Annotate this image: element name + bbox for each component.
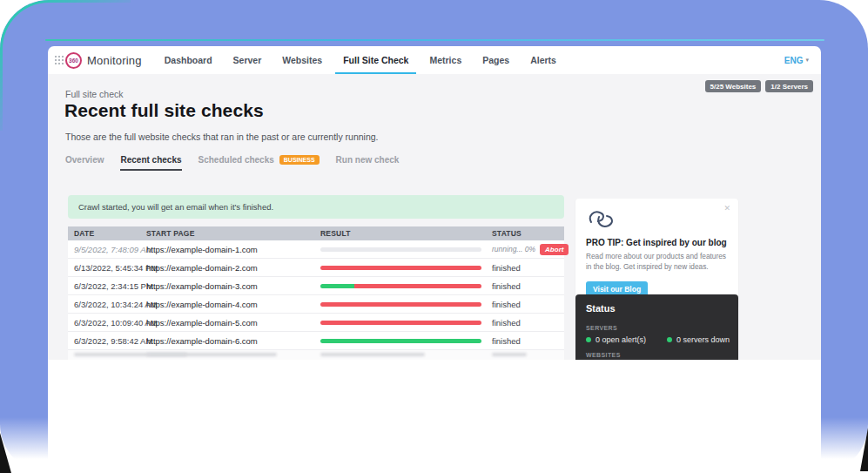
cell-status: finished (492, 318, 564, 328)
tab-label: Overview (65, 155, 104, 165)
cell-start-page: https://example-domain-2.com (146, 263, 320, 273)
table-row: 9/5/2022, 7:48:09 AMhttps://example-doma… (68, 240, 564, 259)
page-content: 5/25 Websites1/2 Servers Full site check… (48, 74, 821, 360)
status-sections: SERVERS0 open alert(s)0 servers downWEBS… (586, 325, 728, 360)
cell-status: finished (492, 263, 564, 273)
tab-label: Scheduled checks (198, 155, 274, 165)
status-section-label-servers: SERVERS (586, 325, 728, 331)
nav-items: DashboardServerWebsitesFull Site CheckMe… (154, 46, 567, 74)
tab-label: Run new check (336, 155, 400, 165)
progress-bar-segment (320, 302, 481, 307)
tab-run-new-check[interactable]: Run new check (336, 155, 400, 169)
status-card-title: Status (586, 303, 728, 314)
status-items-row: 0 open alert(s)0 servers down (586, 335, 728, 344)
close-icon[interactable]: ✕ (723, 204, 730, 213)
status-item-0-open-alert-s: 0 open alert(s) (586, 335, 667, 344)
status-text: running... 0% (492, 245, 535, 253)
cell-date: 6/3/2022, 10:09:40 AM (68, 318, 146, 328)
crawl-started-notice: Crawl started, you will get an email whe… (68, 195, 564, 219)
status-text: finished (492, 318, 521, 328)
status-section-label-websites: WEBSITES (586, 352, 728, 358)
progress-bar (320, 247, 481, 252)
progress-bar-segment (320, 284, 354, 288)
column-header-date: DATE (68, 229, 146, 238)
cell-start-page: https://example-domain-5.com (146, 318, 320, 328)
column-header-result: RESULT (320, 229, 492, 238)
account-usage-badges: 5/25 Websites1/2 Servers (705, 80, 813, 92)
nav-item-dashboard[interactable]: Dashboard (157, 46, 220, 74)
brand[interactable]: 360 Monitoring (65, 52, 142, 69)
window-top-accent-line (45, 39, 824, 41)
abort-button[interactable]: Abort (540, 244, 569, 255)
cell-result (320, 266, 492, 270)
tab-scheduled-checks[interactable]: Scheduled checksBUSINESS (198, 155, 320, 169)
status-item-0-servers-down: 0 servers down (667, 335, 730, 344)
tab-overview[interactable]: Overview (65, 155, 104, 169)
status-item-text: 0 open alert(s) (595, 335, 646, 344)
cell-start-page: https://example-domain-4.com (146, 300, 320, 309)
badge-5-25-websites: 5/25 Websites (705, 80, 762, 92)
status-text: finished (492, 336, 521, 346)
tab-recent-checks[interactable]: Recent checks (120, 155, 181, 171)
cell-date: 6/3/2022, 2:34:15 PM (68, 281, 146, 291)
pro-tip-body: Read more about our products and feature… (586, 251, 728, 273)
progress-bar (320, 284, 481, 288)
cell-result (320, 284, 492, 288)
page-title: Recent full site checks (64, 100, 264, 121)
progress-bar-segment (320, 339, 481, 343)
notice-text: Crawl started, you will get an email whe… (78, 202, 273, 212)
nav-item-server[interactable]: Server (225, 46, 270, 74)
language-selector[interactable]: ENG ▾ (784, 56, 809, 65)
column-header-status: STATUS (492, 229, 564, 238)
cell-status: finished (492, 300, 564, 309)
cell-result (320, 247, 492, 252)
checks-table: DATESTART PAGERESULTSTATUS 9/5/2022, 7:4… (68, 226, 564, 360)
top-navbar: 360 Monitoring DashboardServerWebsitesFu… (48, 46, 821, 74)
pro-tip-card: ✕ PRO TIP: Get inspired by our blog Read… (575, 199, 738, 307)
nav-item-websites[interactable]: Websites (274, 46, 330, 74)
cell-status: finished (492, 336, 564, 346)
app-window: 360 Monitoring DashboardServerWebsitesFu… (48, 46, 821, 473)
brand-name: Monitoring (87, 54, 142, 67)
green-status-dot-icon (667, 337, 672, 342)
status-card: Status SERVERS0 open alert(s)0 servers d… (575, 294, 738, 360)
tab-bar: OverviewRecent checksScheduled checksBUS… (65, 155, 399, 171)
cell-result (320, 302, 492, 307)
app-grid-icon[interactable] (55, 56, 64, 64)
page-description: Those are the full website checks that r… (65, 132, 379, 142)
cell-start-page: https://example-domain-6.com (146, 336, 320, 346)
cell-date: 6/13/2022, 5:45:34 PM (68, 263, 146, 273)
status-item-text: 0 servers down (676, 335, 730, 344)
table-body: 9/5/2022, 7:48:09 AMhttps://example-doma… (68, 240, 564, 360)
handshake-doodle-icon (586, 207, 728, 233)
table-row: 6/3/2022, 10:09:40 AMhttps://example-dom… (68, 314, 564, 332)
cell-status: finished (492, 281, 564, 291)
nav-item-full-site-check[interactable]: Full Site Check (335, 46, 416, 74)
cell-start-page: https://example-domain-1.com (146, 245, 320, 254)
progress-bar-segment (320, 266, 481, 270)
table-row: 6/3/2022, 2:34:15 PMhttps://example-doma… (68, 277, 564, 295)
logo-360-icon: 360 (65, 52, 82, 69)
table-row: 6/13/2022, 5:45:34 PMhttps://example-dom… (68, 259, 564, 277)
table-row-partial (68, 350, 564, 360)
nav-item-metrics[interactable]: Metrics (421, 46, 469, 74)
nav-item-pages[interactable]: Pages (474, 46, 517, 74)
nav-item-alerts[interactable]: Alerts (522, 46, 564, 74)
cell-date: 9/5/2022, 7:48:09 AM (68, 245, 146, 254)
business-badge: BUSINESS (279, 155, 320, 165)
progress-bar (320, 266, 481, 270)
table-row: 6/3/2022, 10:34:24 AMhttps://example-dom… (68, 295, 564, 314)
badge-1-2-servers: 1/2 Servers (765, 80, 813, 92)
progress-bar (320, 321, 481, 325)
cell-result (320, 321, 492, 325)
progress-bar-segment (320, 321, 481, 325)
status-text: finished (492, 263, 521, 273)
cell-date: 6/3/2022, 9:58:42 AM (68, 336, 146, 346)
column-header-start-page: START PAGE (146, 229, 320, 238)
chevron-down-icon: ▾ (805, 57, 809, 64)
pro-tip-title: PRO TIP: Get inspired by our blog (586, 238, 728, 247)
progress-bar-segment (354, 284, 481, 288)
status-text: finished (492, 281, 521, 291)
blurred-text-smudge (492, 353, 527, 356)
status-text: finished (492, 300, 521, 309)
